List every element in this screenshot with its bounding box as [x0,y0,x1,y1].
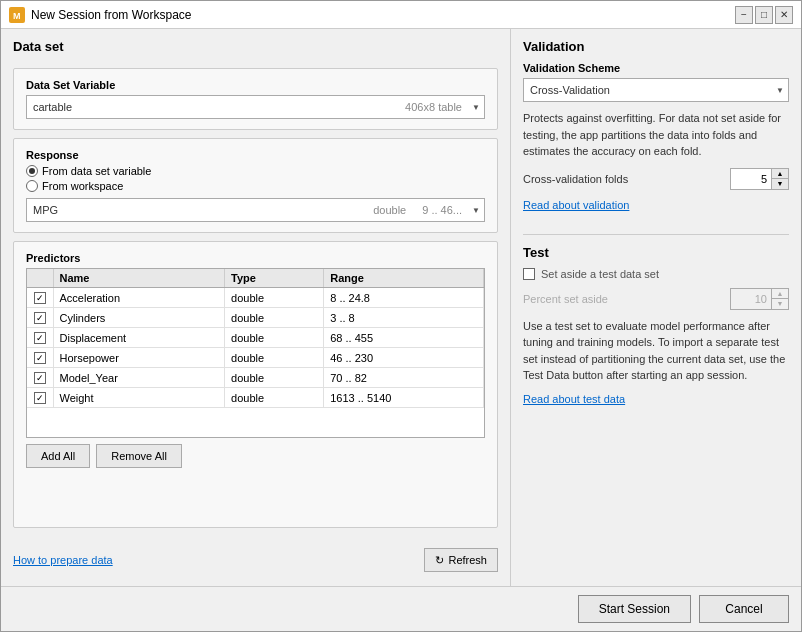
dataset-variable-label: Data Set Variable [26,79,485,91]
radio-workspace-circle [26,180,38,192]
test-section-title: Test [523,245,549,260]
cancel-button[interactable]: Cancel [699,595,789,623]
row-checkbox-cell: ✓ [27,348,53,368]
validation-scheme-arrow-icon: ▼ [776,86,784,95]
test-checkbox[interactable] [523,268,535,280]
radio-workspace-label: From workspace [42,180,123,192]
row-checkbox-cell: ✓ [27,288,53,308]
validation-section-title: Validation [523,39,584,54]
folds-label: Cross-validation folds [523,173,722,185]
row-checkbox[interactable]: ✓ [34,372,46,384]
percent-label: Percent set aside [523,293,722,305]
radio-from-dataset[interactable]: From data set variable [26,165,485,177]
row-name: Displacement [53,328,225,348]
svg-text:M: M [13,11,21,21]
col-header-type: Type [225,269,324,288]
read-about-test-link[interactable]: Read about test data [523,393,625,405]
row-type: double [225,308,324,328]
percent-input [731,289,771,309]
row-range: 46 .. 230 [324,348,484,368]
folds-spinner[interactable]: ▲ ▼ [730,168,789,190]
dataset-variable-dropdown[interactable]: cartable 406x8 table ▼ [26,95,485,119]
row-type: double [225,368,324,388]
add-all-button[interactable]: Add All [26,444,90,468]
predictors-table: Name Type Range ✓ Acceleration double 8 … [27,269,484,408]
dataset-variable-info: 406x8 table [405,101,462,113]
col-header-range: Range [324,269,484,288]
radio-from-workspace[interactable]: From workspace [26,180,485,192]
folds-down-button[interactable]: ▼ [772,179,788,189]
response-box: Response From data set variable From wor… [13,138,498,233]
dataset-dropdown-arrow-icon: ▼ [472,103,480,112]
row-name: Horsepower [53,348,225,368]
table-row[interactable]: ✓ Acceleration double 8 .. 24.8 [27,288,484,308]
response-range: 9 .. 46... [422,204,462,216]
row-checkbox-cell: ✓ [27,308,53,328]
folds-row: Cross-validation folds ▲ ▼ [523,168,789,190]
refresh-label: Refresh [448,554,487,566]
table-row[interactable]: ✓ Horsepower double 46 .. 230 [27,348,484,368]
row-type: double [225,348,324,368]
radio-dataset-circle [26,165,38,177]
left-panel: Data set Data Set Variable cartable 406x… [1,29,511,586]
table-row[interactable]: ✓ Weight double 1613 .. 5140 [27,388,484,408]
row-range: 1613 .. 5140 [324,388,484,408]
how-to-prepare-link[interactable]: How to prepare data [13,554,113,566]
col-header-check [27,269,53,288]
row-checkbox[interactable]: ✓ [34,332,46,344]
predictors-label: Predictors [26,252,485,264]
response-label: Response [26,149,485,161]
table-row[interactable]: ✓ Displacement double 68 .. 455 [27,328,484,348]
start-session-button[interactable]: Start Session [578,595,691,623]
window-controls: − □ ✕ [735,6,793,24]
response-dropdown[interactable]: MPG double 9 .. 46... ▼ [26,198,485,222]
left-bottom-bar: How to prepare data ↻ Refresh [13,544,498,576]
radio-dataset-label: From data set variable [42,165,151,177]
row-checkbox[interactable]: ✓ [34,352,46,364]
row-name: Cylinders [53,308,225,328]
right-panel: Validation Validation Scheme Cross-Valid… [511,29,801,586]
col-header-name: Name [53,269,225,288]
response-value: MPG [33,204,373,216]
row-checkbox[interactable]: ✓ [34,312,46,324]
refresh-icon: ↻ [435,554,444,567]
validation-section: Validation Validation Scheme Cross-Valid… [523,39,789,212]
response-type: double [373,204,406,216]
row-checkbox[interactable]: ✓ [34,392,46,404]
app-icon: M [9,7,25,23]
read-about-validation-link[interactable]: Read about validation [523,199,629,211]
folds-input[interactable] [731,169,771,189]
row-name: Weight [53,388,225,408]
maximize-button[interactable]: □ [755,6,773,24]
percent-spinner: ▲ ▼ [730,288,789,310]
row-checkbox[interactable]: ✓ [34,292,46,304]
row-name: Model_Year [53,368,225,388]
minimize-button[interactable]: − [735,6,753,24]
predictor-buttons: Add All Remove All [26,444,485,468]
test-checkbox-row: Set aside a test data set [523,268,789,280]
row-range: 68 .. 455 [324,328,484,348]
validation-scheme-value: Cross-Validation [530,84,782,96]
title-bar: M New Session from Workspace − □ ✕ [1,1,801,29]
table-row[interactable]: ✓ Model_Year double 70 .. 82 [27,368,484,388]
test-checkbox-label: Set aside a test data set [541,268,659,280]
row-range: 70 .. 82 [324,368,484,388]
close-button[interactable]: ✕ [775,6,793,24]
folds-up-button[interactable]: ▲ [772,169,788,179]
response-dropdown-arrow-icon: ▼ [472,206,480,215]
main-window: M New Session from Workspace − □ ✕ Data … [0,0,802,632]
percent-arrows: ▲ ▼ [771,289,788,309]
refresh-button[interactable]: ↻ Refresh [424,548,498,572]
divider [523,234,789,235]
test-section: Test Set aside a test data set Percent s… [523,245,789,577]
remove-all-button[interactable]: Remove All [96,444,182,468]
predictors-box: Predictors Name Type Range [13,241,498,528]
row-type: double [225,328,324,348]
predictors-table-container[interactable]: Name Type Range ✓ Acceleration double 8 … [26,268,485,438]
row-type: double [225,388,324,408]
table-row[interactable]: ✓ Cylinders double 3 .. 8 [27,308,484,328]
dataset-section-title: Data set [13,39,498,54]
percent-up-button: ▲ [772,289,788,299]
validation-scheme-dropdown[interactable]: Cross-Validation ▼ [523,78,789,102]
validation-description: Protects against overfitting. For data n… [523,110,789,160]
